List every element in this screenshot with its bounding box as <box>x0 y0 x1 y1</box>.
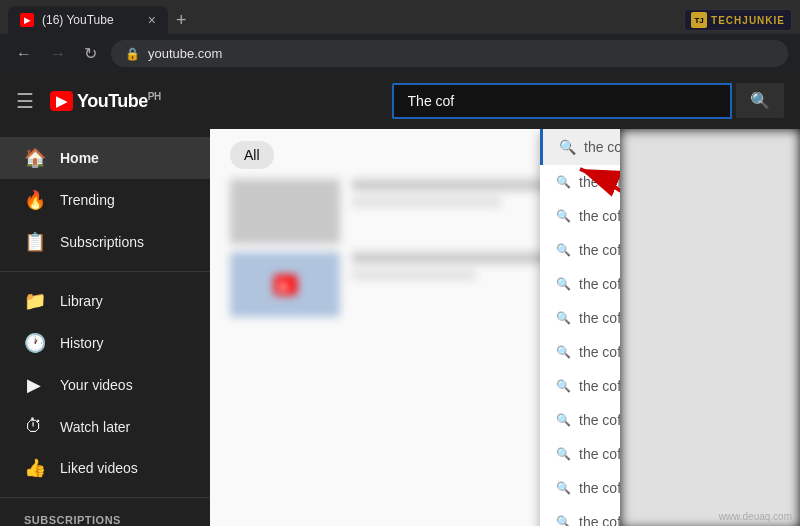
history-icon: 🕐 <box>24 332 44 354</box>
lock-icon: 🔒 <box>125 47 140 61</box>
dropdown-icon-6: 🔍 <box>556 379 571 393</box>
dropdown-item-8[interactable]: 🔍 the coffee prince episode 1 eng sub <box>540 437 620 471</box>
watermark: www.deuaq.com <box>719 511 792 522</box>
dropdown-item-5[interactable]: 🔍 the coffee princess episode 1 english … <box>540 335 620 369</box>
tab-close-button[interactable]: × <box>148 12 156 28</box>
dropdown-icon-2: 🔍 <box>556 243 571 257</box>
content-thumb-1 <box>230 179 340 244</box>
dropdown-item-1[interactable]: 🔍 the coffee song <box>540 199 620 233</box>
techjunkie-badge: TJ TECHJUNKIE <box>684 9 792 31</box>
sidebar-label-your-videos: Your videos <box>60 377 133 393</box>
dropdown-icon-9: 🔍 <box>556 481 571 495</box>
dropdown-item-9[interactable]: 🔍 the coffee prince <box>540 471 620 505</box>
techjunkie-icon: TJ <box>691 12 707 28</box>
youtube-logo: ▶ YouTubePH <box>50 91 161 112</box>
home-icon: 🏠 <box>24 147 44 169</box>
dropdown-text-5: the coffee princess episode 1 english du… <box>579 344 620 360</box>
dropdown-item-0[interactable]: 🔍 the coffee dance <box>540 165 620 199</box>
sidebar-label-library: Library <box>60 293 103 309</box>
content-title-2 <box>352 252 550 264</box>
dropdown-item-10[interactable]: 🔍 the coffee <box>540 505 620 526</box>
subscriptions-icon: 📋 <box>24 231 44 253</box>
dropdown-item-6[interactable]: 🔍 the coffee princess <box>540 369 620 403</box>
back-button[interactable]: ← <box>12 43 36 65</box>
url-bar[interactable]: 🔒 youtube.com <box>111 40 788 67</box>
url-text: youtube.com <box>148 46 222 61</box>
right-blurred-panel <box>620 129 800 526</box>
dropdown-text-9: the coffee prince <box>579 480 620 496</box>
browser-chrome: ▶ (16) YouTube × + TJ TECHJUNKIE ← → ↻ 🔒… <box>0 0 800 73</box>
browser-tab[interactable]: ▶ (16) YouTube × <box>8 6 168 34</box>
sidebar-label-watch-later: Watch later <box>60 419 130 435</box>
sidebar-item-subscriptions[interactable]: 📋 Subscriptions <box>0 221 210 263</box>
sidebar-item-library[interactable]: 📁 Library <box>0 280 210 322</box>
dropdown-icon-3: 🔍 <box>556 277 571 291</box>
sidebar-label-history: History <box>60 335 104 351</box>
watch-later-icon: ⏱ <box>24 416 44 437</box>
sidebar-divider-2 <box>0 497 210 498</box>
dropdown-highlighted-text: the coffee music <box>584 139 620 155</box>
content-thumb-2: ▶ <box>230 252 340 317</box>
tab-favicon: ▶ <box>20 13 34 27</box>
sidebar-label-liked-videos: Liked videos <box>60 460 138 476</box>
youtube-play-icon: ▶ <box>56 93 67 109</box>
dropdown-item-2[interactable]: 🔍 the coffee shop music <box>540 233 620 267</box>
dropdown-text-0: the coffee dance <box>579 174 620 190</box>
dropdown-item-7[interactable]: 🔍 the coffee jam <box>540 403 620 437</box>
reload-button[interactable]: ↻ <box>80 42 101 65</box>
dropdown-text-10: the coffee <box>579 514 620 526</box>
youtube-body: 🏠 Home 🔥 Trending 📋 Subscriptions 📁 Libr… <box>0 129 800 526</box>
sidebar: 🏠 Home 🔥 Trending 📋 Subscriptions 📁 Libr… <box>0 129 210 526</box>
dropdown-text-2: the coffee shop music <box>579 242 620 258</box>
tab-title: (16) YouTube <box>42 13 140 27</box>
dropdown-text-8: the coffee prince episode 1 eng sub <box>579 446 620 462</box>
dropdown-item-3[interactable]: 🔍 the coffee dance remix <box>540 267 620 301</box>
techjunkie-text: TECHJUNKIE <box>711 15 785 26</box>
sidebar-label-trending: Trending <box>60 192 115 208</box>
search-dropdown: 🔍 the coffee music Report 🔍 the coffee d… <box>540 129 620 526</box>
search-box-wrapper: 🔍 <box>392 83 784 119</box>
forward-button[interactable]: → <box>46 43 70 65</box>
sidebar-item-liked-videos[interactable]: 👍 Liked videos <box>0 447 210 489</box>
dropdown-text-7: the coffee jam <box>579 412 620 428</box>
dropdown-highlighted-item[interactable]: 🔍 the coffee music <box>540 129 620 165</box>
dropdown-icon-5: 🔍 <box>556 345 571 359</box>
new-tab-button[interactable]: + <box>176 10 187 31</box>
hamburger-menu[interactable]: ☰ <box>16 89 34 113</box>
youtube-logo-icon: ▶ <box>50 91 73 111</box>
liked-videos-icon: 👍 <box>24 457 44 479</box>
subscriptions-section-title: SUBSCRIPTIONS <box>0 506 210 526</box>
sidebar-label-home: Home <box>60 150 99 166</box>
youtube-header: ☰ ▶ YouTubePH 🔍 <box>0 73 800 129</box>
content-sub-1 <box>352 197 501 207</box>
sidebar-label-subscriptions: Subscriptions <box>60 234 144 250</box>
sidebar-item-watch-later[interactable]: ⏱ Watch later <box>0 406 210 447</box>
sidebar-divider-1 <box>0 271 210 272</box>
sidebar-item-trending[interactable]: 🔥 Trending <box>0 179 210 221</box>
dropdown-icon-7: 🔍 <box>556 413 571 427</box>
sidebar-item-history[interactable]: 🕐 History <box>0 322 210 364</box>
youtube-logo-text: YouTubePH <box>77 91 161 112</box>
dropdown-text-1: the coffee song <box>579 208 620 224</box>
youtube-app: ☰ ▶ YouTubePH 🔍 🏠 Home 🔥 Trending <box>0 73 800 526</box>
address-bar: ← → ↻ 🔒 youtube.com <box>0 34 800 73</box>
dropdown-text-3: the coffee dance remix <box>579 276 620 292</box>
dropdown-text-4: the cofffe <box>579 310 620 326</box>
content-sub-2 <box>352 270 476 280</box>
search-button[interactable]: 🔍 <box>736 83 784 118</box>
search-input[interactable] <box>392 83 732 119</box>
library-icon: 📁 <box>24 290 44 312</box>
dropdown-item-4[interactable]: 🔍 the cofffe <box>540 301 620 335</box>
trending-icon: 🔥 <box>24 189 44 211</box>
dropdown-icon-10: 🔍 <box>556 515 571 526</box>
dropdown-icon-4: 🔍 <box>556 311 571 325</box>
dropdown-icon-8: 🔍 <box>556 447 571 461</box>
tab-bar: ▶ (16) YouTube × + TJ TECHJUNKIE <box>0 0 800 34</box>
your-videos-icon: ▶ <box>24 374 44 396</box>
sidebar-item-home[interactable]: 🏠 Home <box>0 137 210 179</box>
main-content: All ▶ <box>210 129 620 526</box>
dropdown-text-6: the coffee princess <box>579 378 620 394</box>
sidebar-item-your-videos[interactable]: ▶ Your videos <box>0 364 210 406</box>
all-filter-button[interactable]: All <box>230 141 274 169</box>
dropdown-icon-0: 🔍 <box>556 175 571 189</box>
